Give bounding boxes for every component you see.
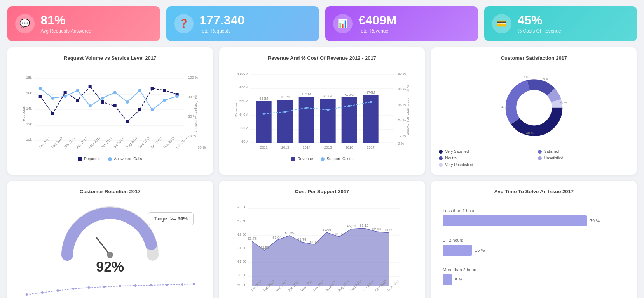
svg-text:€74M: €74M (366, 90, 375, 94)
retention-title: Customer Retention 2017 (15, 189, 205, 194)
revenue-legend: Revenue Support_Costs (227, 157, 417, 161)
svg-point-36 (126, 100, 129, 104)
legend-support: Support_Costs (321, 157, 352, 161)
svg-text:€1,84: €1,84 (272, 236, 281, 239)
legend-unsatisfied: Unsatisfied (538, 156, 629, 160)
svg-text:May 2017: May 2017 (88, 135, 101, 149)
retention-sparkline (15, 275, 205, 298)
legend-unsatisfied-label: Unsatisfied (544, 156, 563, 160)
bar-1-2h-fill (443, 245, 472, 256)
svg-text:€80M: €80M (239, 85, 248, 89)
svg-rect-81 (341, 97, 357, 143)
svg-point-109 (107, 252, 113, 258)
svg-point-37 (138, 89, 141, 92)
bar-less-1h-fill (443, 215, 587, 226)
legend-very-satisfied-icon (439, 150, 443, 154)
svg-text:Jan 2017: Jan 2017 (38, 136, 51, 149)
svg-rect-75 (277, 100, 293, 143)
svg-rect-27 (163, 89, 166, 92)
bar-1-2h-pct: 16 % (475, 248, 485, 253)
kpi-costs-revenue-label: % Costs Of Revenue (518, 28, 561, 34)
svg-text:% Of Support Costs To Revenue: % Of Support Costs To Revenue (406, 85, 410, 135)
bar-less-1h: Less than 1 hour 79 % (443, 208, 625, 226)
bar-more-2h-pct: 5 % (455, 277, 462, 282)
svg-rect-20 (76, 99, 79, 102)
svg-text:2012: 2012 (260, 146, 267, 149)
svg-text:Requests: Requests (21, 106, 25, 121)
gauge-container: Target >= 90% 92% (15, 201, 205, 275)
svg-text:€2,15: €2,15 (360, 224, 368, 227)
svg-text:€20M: €20M (239, 126, 248, 130)
satisfaction-title: Customer Satisfaction 2017 (439, 55, 629, 61)
svg-point-33 (88, 104, 91, 107)
svg-text:€2,03: €2,03 (372, 227, 381, 231)
bar-less-1h-pct: 79 % (590, 218, 600, 223)
bar-1-2h-label: 1 - 2 hours (443, 238, 625, 243)
svg-text:€71M: €71M (302, 92, 311, 96)
legend-answered-icon (108, 157, 112, 161)
cost-support-chart: €3,00 €2,50 €2,00 €1,50 €1,00 €0,50 €0,0… (227, 201, 417, 294)
svg-point-120 (181, 283, 183, 286)
satisfaction-legend: Very Satisfied Satisfied Neutral Unsatis… (439, 149, 629, 167)
kpi-total-requests-value: 177.340 (200, 14, 245, 27)
legend-neutral-label: Neutral (445, 156, 457, 160)
svg-point-121 (192, 283, 195, 285)
legend-support-label: Support_Costs (326, 157, 352, 161)
svg-text:€0,00: €0,00 (237, 283, 246, 287)
svg-text:€1,65: €1,65 (310, 240, 319, 244)
svg-text:€100M: €100M (237, 72, 248, 76)
kpi-total-revenue-text: €409M Total Revenue (359, 14, 397, 33)
svg-text:5 %: 5 % (543, 77, 549, 81)
svg-text:€1,74: €1,74 (297, 237, 306, 241)
svg-text:0 %: 0 % (398, 142, 404, 146)
svg-rect-73 (256, 101, 271, 143)
svg-text:Nov 2017: Nov 2017 (162, 136, 176, 149)
revenue-title: Revenue And % Cost Of Revenue 2012 - 201… (227, 55, 417, 61)
legend-answered: Answered_Calls (108, 157, 142, 161)
bar-1-2h: 1 - 2 hours 16 % (443, 238, 625, 256)
kpi-costs-revenue-text: 45% % Costs Of Revenue (518, 14, 561, 33)
svg-text:24 %: 24 % (398, 118, 406, 122)
svg-text:€65M: €65M (281, 95, 290, 99)
satisfaction-donut: 40 % 31 % 17 % 7 % 5 % (491, 67, 577, 145)
kpi-total-revenue: 📊 €409M Total Revenue (325, 6, 478, 41)
svg-point-38 (150, 108, 154, 111)
svg-text:60 %: 60 % (398, 72, 406, 76)
svg-rect-77 (298, 97, 314, 143)
bar-1-2h-row: 16 % (443, 245, 625, 256)
svg-rect-19 (63, 91, 66, 94)
svg-point-117 (134, 284, 136, 287)
legend-very-satisfied: Very Satisfied (439, 149, 530, 154)
svg-text:Oct 2017: Oct 2017 (150, 137, 163, 149)
svg-text:Jul 2017: Jul 2017 (113, 137, 125, 149)
svg-point-87 (305, 107, 307, 109)
kpi-costs-revenue-value: 45% (518, 14, 561, 27)
retention-gauge (56, 201, 164, 263)
svg-point-86 (284, 111, 286, 113)
svg-rect-23 (113, 104, 116, 107)
svg-point-35 (113, 91, 116, 94)
svg-text:Sep 2017: Sep 2017 (138, 136, 151, 149)
svg-text:12k: 12k (26, 122, 32, 126)
svg-point-89 (348, 105, 350, 107)
svg-text:€1,99: €1,99 (384, 228, 393, 232)
svg-rect-26 (150, 87, 154, 90)
kpi-total-revenue-label: Total Revenue (359, 28, 397, 34)
legend-neutral: Neutral (439, 156, 530, 160)
svg-text:€2,12: €2,12 (347, 224, 356, 228)
svg-rect-17 (38, 95, 42, 98)
retention-card: Customer Retention 2017 Target >= 90% 92… (7, 181, 213, 298)
legend-requests: Requests (78, 157, 100, 161)
legend-revenue: Revenue (291, 157, 313, 161)
svg-point-112 (56, 289, 59, 292)
svg-line-108 (96, 237, 110, 255)
svg-text:2013: 2013 (281, 146, 289, 149)
bar-more-2h-label: More than 2 hours (443, 267, 625, 272)
svg-text:€67M: €67M (323, 94, 332, 98)
chat-icon: 💬 (15, 14, 35, 33)
legend-requests-icon (78, 157, 82, 161)
bar-more-2h-row: 5 % (443, 274, 625, 285)
svg-text:2017: 2017 (367, 146, 374, 149)
svg-rect-24 (126, 120, 129, 123)
svg-text:€1,95: €1,95 (285, 231, 294, 235)
